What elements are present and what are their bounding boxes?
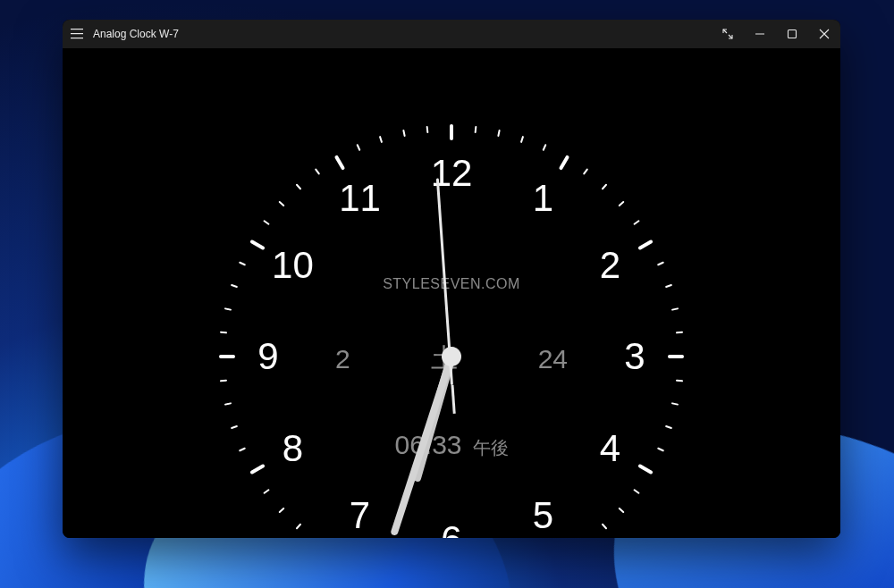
tick-major	[450, 124, 453, 140]
tick-major	[558, 155, 569, 171]
fullscreen-button[interactable]	[712, 20, 744, 48]
tick-minor	[583, 168, 588, 175]
numeral-5: 5	[533, 494, 553, 537]
tick-minor	[657, 262, 664, 266]
svg-rect-1	[71, 33, 83, 34]
tick-minor	[263, 489, 270, 494]
tick-minor	[657, 448, 664, 452]
close-icon	[819, 29, 830, 39]
tick-minor	[671, 307, 679, 311]
title-bar[interactable]: Analog Clock W-7	[63, 20, 840, 48]
tick-minor	[230, 284, 237, 288]
tick-minor	[278, 201, 284, 207]
tick-minor	[676, 380, 683, 382]
date-day: 24	[538, 344, 568, 374]
tick-minor	[224, 403, 231, 407]
tick-minor	[220, 380, 227, 382]
minimize-icon	[755, 29, 765, 39]
tick-minor	[474, 126, 477, 133]
tick-minor	[633, 489, 640, 494]
tick-minor	[356, 144, 360, 151]
tick-major	[249, 239, 266, 250]
svg-rect-2	[71, 38, 83, 38]
tick-minor	[379, 136, 383, 143]
app-window: Analog Clock W-7	[63, 20, 840, 538]
tick-minor	[543, 144, 547, 151]
tick-minor	[239, 262, 246, 266]
svg-rect-4	[789, 30, 797, 38]
tick-minor	[263, 220, 270, 225]
app-body: STYLESEVEN.COM 2 土 24 06:33 午後 121234567…	[63, 48, 840, 538]
svg-rect-0	[71, 29, 83, 29]
tick-minor	[665, 284, 672, 288]
tick-major	[249, 464, 266, 475]
tick-minor	[602, 183, 608, 189]
numeral-7: 7	[350, 494, 370, 537]
tick-minor	[619, 201, 625, 207]
tick-minor	[633, 220, 640, 225]
tick-minor	[619, 507, 625, 513]
tick-major	[333, 155, 344, 171]
hamburger-icon	[71, 29, 83, 39]
numeral-6: 6	[441, 518, 461, 538]
tick-minor	[278, 507, 284, 513]
tick-major	[638, 239, 654, 250]
time-row: 06:33 午後	[394, 430, 508, 460]
numeral-9: 9	[257, 335, 278, 378]
tick-minor	[676, 332, 683, 334]
tick-minor	[671, 403, 679, 407]
window-controls	[712, 20, 840, 48]
fullscreen-icon	[722, 29, 733, 39]
maximize-button[interactable]	[776, 20, 808, 48]
numeral-1: 1	[533, 177, 553, 220]
close-button[interactable]	[808, 20, 840, 48]
tick-minor	[224, 307, 231, 311]
numeral-3: 3	[624, 335, 645, 378]
tick-major	[219, 355, 235, 358]
numeral-10: 10	[272, 244, 314, 287]
brand-text: STYLESEVEN.COM	[383, 276, 520, 292]
tick-minor	[520, 136, 524, 143]
numeral-4: 4	[600, 427, 620, 470]
numeral-11: 11	[339, 177, 381, 220]
clock-pivot	[442, 347, 461, 366]
window-title: Analog Clock W-7	[91, 28, 179, 40]
tick-major	[638, 464, 654, 475]
numeral-2: 2	[600, 244, 620, 287]
tick-minor	[314, 168, 319, 175]
tick-minor	[295, 183, 301, 189]
tick-minor	[426, 126, 429, 133]
tick-minor	[220, 332, 227, 334]
time-ampm: 午後	[473, 436, 509, 460]
tick-minor	[665, 425, 672, 429]
tick-minor	[295, 524, 301, 530]
tick-minor	[402, 130, 406, 137]
tick-major	[668, 355, 684, 358]
menu-button[interactable]	[63, 20, 91, 48]
numeral-8: 8	[283, 427, 303, 470]
tick-minor	[230, 425, 237, 429]
tick-minor	[602, 524, 608, 530]
date-month: 2	[335, 344, 350, 374]
svg-rect-3	[755, 34, 764, 35]
minimize-button[interactable]	[744, 20, 776, 48]
tick-minor	[239, 448, 246, 452]
tick-minor	[497, 130, 501, 137]
clock-face: STYLESEVEN.COM 2 土 24 06:33 午後 121234567…	[201, 106, 702, 538]
maximize-icon	[787, 29, 797, 39]
